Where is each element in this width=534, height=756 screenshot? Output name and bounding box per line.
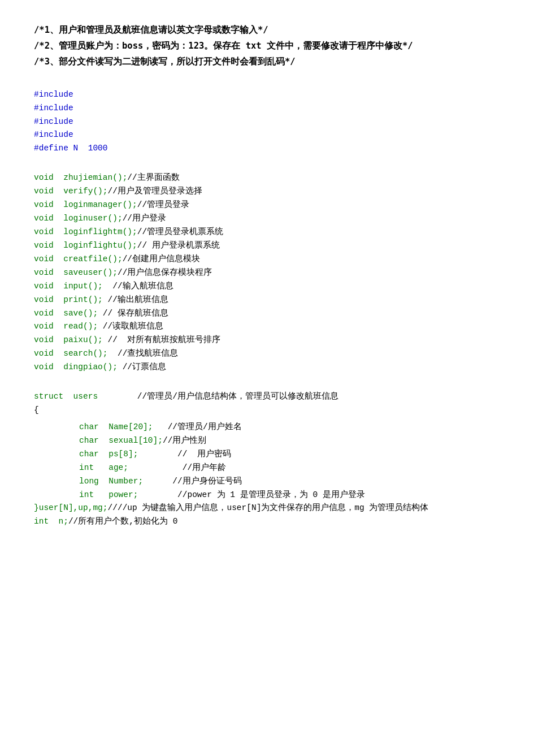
void-decl-line-11: void read(); //读取航班信息 [34, 320, 500, 334]
void-decl-line-14: void dingpiao(); //订票信息 [34, 361, 500, 374]
include-line-1: #include [34, 88, 500, 102]
code-document: /*1、用户和管理员及航班信息请以英文字母或数字输入*/ /*2、管理员账户为：… [34, 23, 500, 529]
void-decl-line-10: void save(); // 保存航班信息 [34, 307, 500, 321]
comment-line-1: /*1、用户和管理员及航班信息请以英文字母或数字输入*/ [34, 23, 500, 38]
struct-field-3: int age; //用户年龄 [34, 461, 500, 475]
comment-line-2: /*2、管理员账户为：boss，密码为：123。保存在 txt 文件中，需要修改… [34, 38, 500, 54]
define-line: #define N 1000 [34, 142, 500, 155]
struct-close-line: }user[N],up,mg;////up 为键盘输入用户信息，user[N]为… [34, 502, 500, 515]
struct-line: struct users //管理员/用户信息结构体，管理员可以修改航班信息 [34, 390, 500, 404]
struct-field-1: char sexual[10];//用户性别 [34, 434, 500, 448]
void-declarations-section: void zhujiemian();//主界面函数void verify();/… [34, 171, 500, 374]
void-decl-line-1: void verify();//用户及管理员登录选择 [34, 185, 500, 198]
open-brace: { [34, 404, 500, 417]
include-line-2: #include [34, 102, 500, 115]
void-decl-line-9: void print(); //输出航班信息 [34, 293, 500, 307]
void-decl-line-7: void saveuser();//用户信息保存模块程序 [34, 266, 500, 280]
struct-field-2: char ps[8]; // 用户密码 [34, 448, 500, 461]
top-comments: /*1、用户和管理员及航班信息请以英文字母或数字输入*/ /*2、管理员账户为：… [34, 23, 500, 70]
void-decl-line-8: void input(); //输入航班信息 [34, 280, 500, 293]
void-decl-line-2: void loginmanager();//管理员登录 [34, 198, 500, 212]
struct-field-0: char Name[20]; //管理员/用户姓名 [34, 421, 500, 434]
comment-line-3: /*3、部分文件读写为二进制读写，所以打开文件时会看到乱码*/ [34, 54, 500, 70]
void-decl-line-0: void zhujiemian();//主界面函数 [34, 171, 500, 185]
void-decl-line-13: void search(); //查找航班信息 [34, 347, 500, 361]
include-line-3: #include [34, 115, 500, 129]
includes-section: #include #include #include #include #def… [34, 88, 500, 156]
include-line-4: #include [34, 128, 500, 142]
int-n-line: int n;//所有用户个数,初始化为 0 [34, 515, 500, 529]
void-decl-line-3: void loginuser();//用户登录 [34, 212, 500, 226]
struct-field-4: long Number; //用户身份证号码 [34, 475, 500, 489]
void-decl-line-6: void creatfile();//创建用户信息模块 [34, 253, 500, 266]
void-decl-line-4: void loginflightm();//管理员登录机票系统 [34, 226, 500, 239]
void-decl-line-5: void loginflightu();// 用户登录机票系统 [34, 239, 500, 253]
struct-section: struct users //管理员/用户信息结构体，管理员可以修改航班信息{c… [34, 390, 500, 529]
void-decl-line-12: void paixu(); // 对所有航班按航班号排序 [34, 334, 500, 347]
struct-field-5: int power; //power 为 1 是管理员登录，为 0 是用户登录 [34, 489, 500, 502]
